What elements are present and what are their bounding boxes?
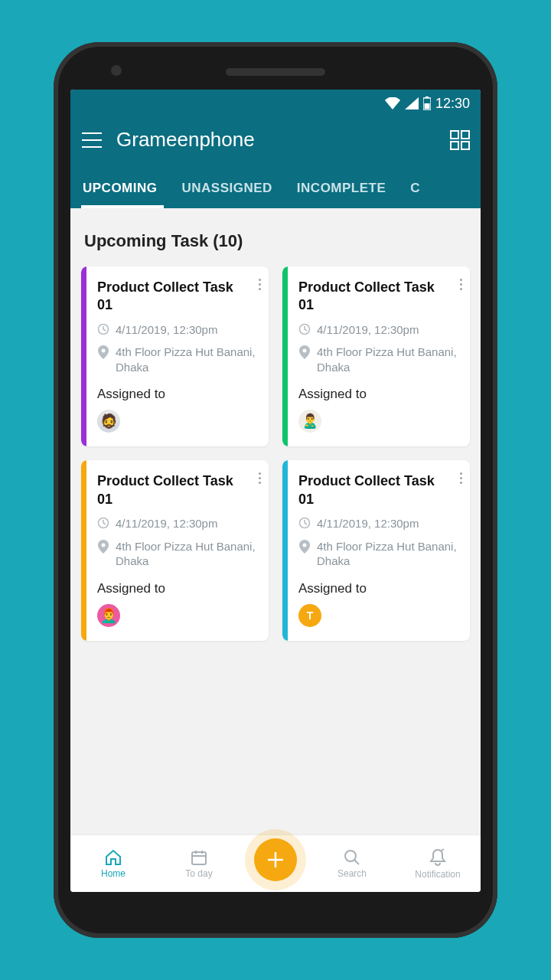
- phone-speaker: [226, 68, 325, 76]
- svg-line-26: [442, 849, 444, 851]
- more-icon[interactable]: [259, 279, 261, 290]
- svg-point-24: [345, 851, 356, 861]
- card-location: 4th Floor Pizza Hut Banani, Dhaka: [116, 345, 259, 374]
- tab-unassigned[interactable]: UNASSIGNED: [181, 170, 274, 208]
- task-card[interactable]: Product Collect Task 01 4/11/2019, 12:30…: [282, 266, 470, 446]
- location-icon: [97, 345, 109, 359]
- svg-point-11: [102, 349, 106, 353]
- nav-label: Search: [337, 868, 367, 879]
- card-stripe: [81, 460, 86, 640]
- card-datetime: 4/11/2019, 12:30pm: [116, 322, 217, 338]
- more-icon[interactable]: [460, 279, 462, 290]
- nav-home[interactable]: Home: [83, 849, 144, 879]
- nav-label: Notification: [415, 869, 460, 880]
- content-area: Upcoming Task (10) Product Collect Task …: [70, 208, 481, 835]
- avatar[interactable]: [97, 410, 120, 433]
- card-stripe: [282, 460, 288, 640]
- grid-view-icon[interactable]: [450, 130, 470, 150]
- tab-upcoming[interactable]: UPCOMING: [81, 170, 159, 208]
- section-title: Upcoming Task (10): [84, 231, 467, 251]
- task-grid: Product Collect Task 01 4/11/2019, 12:30…: [81, 266, 470, 641]
- search-icon: [344, 849, 360, 866]
- assigned-label: Assigned to: [298, 387, 461, 402]
- phone-sensor: [111, 65, 122, 76]
- svg-point-13: [303, 349, 307, 353]
- clock-icon: [298, 517, 311, 529]
- app-title: Grameenphone: [116, 128, 436, 152]
- bottom-nav: Home To day Search Notification: [70, 835, 481, 892]
- plus-icon: [266, 850, 285, 870]
- home-icon: [104, 849, 122, 866]
- svg-rect-9: [461, 142, 469, 149]
- svg-point-15: [102, 543, 106, 547]
- card-title: Product Collect Task 01: [97, 279, 259, 315]
- svg-line-25: [354, 860, 359, 864]
- svg-rect-7: [461, 131, 469, 139]
- svg-rect-8: [451, 142, 458, 149]
- task-card[interactable]: Product Collect Task 01 4/11/2019, 12:30…: [81, 266, 269, 446]
- nav-today[interactable]: To day: [168, 849, 230, 879]
- more-icon[interactable]: [259, 472, 261, 484]
- tab-more[interactable]: C: [409, 170, 422, 208]
- assigned-label: Assigned to: [298, 581, 461, 596]
- assigned-label: Assigned to: [97, 387, 259, 402]
- svg-point-17: [303, 543, 307, 547]
- clock-icon: [298, 323, 311, 335]
- status-time: 12:30: [435, 96, 470, 112]
- avatar[interactable]: [97, 604, 120, 627]
- task-card[interactable]: Product Collect Task 01 4/11/2019, 12:30…: [81, 460, 269, 640]
- tab-bar: UPCOMING UNASSIGNED INCOMPLETE C: [81, 170, 470, 208]
- location-icon: [298, 345, 311, 359]
- menu-icon[interactable]: [81, 132, 103, 149]
- card-title: Product Collect Task 01: [298, 472, 461, 508]
- card-title: Product Collect Task 01: [97, 472, 259, 508]
- calendar-icon: [191, 849, 207, 866]
- bell-icon: [429, 848, 446, 867]
- task-card[interactable]: Product Collect Task 01 4/11/2019, 12:30…: [282, 460, 470, 640]
- app-bar: Grameenphone UPCOMING UNASSIGNED INCOMPL…: [70, 117, 481, 208]
- location-icon: [298, 540, 311, 554]
- tab-incomplete[interactable]: INCOMPLETE: [295, 170, 387, 208]
- signal-icon: [405, 97, 419, 109]
- nav-label: Home: [101, 868, 126, 879]
- battery-icon: [423, 96, 431, 110]
- nav-search[interactable]: Search: [321, 849, 383, 879]
- svg-rect-18: [192, 852, 206, 864]
- wifi-icon: [385, 97, 400, 109]
- card-location: 4th Floor Pizza Hut Banani, Dhaka: [116, 539, 259, 569]
- card-datetime: 4/11/2019, 12:30pm: [116, 516, 217, 531]
- card-title: Product Collect Task 01: [298, 279, 461, 315]
- more-icon[interactable]: [460, 472, 462, 484]
- card-location: 4th Floor Pizza Hut Banani, Dhaka: [317, 539, 461, 569]
- svg-rect-6: [451, 131, 458, 139]
- fab-add[interactable]: [254, 838, 297, 881]
- avatar[interactable]: T: [298, 604, 321, 627]
- clock-icon: [97, 323, 109, 335]
- card-datetime: 4/11/2019, 12:30pm: [317, 322, 419, 338]
- card-stripe: [81, 266, 86, 446]
- phone-frame: 12:30 Grameenphone UPCOMING UNASSIGNED I…: [54, 42, 497, 938]
- nav-label: To day: [185, 868, 212, 879]
- assigned-label: Assigned to: [97, 581, 259, 596]
- svg-rect-1: [425, 96, 429, 98]
- card-stripe: [282, 266, 288, 446]
- avatar[interactable]: [298, 410, 321, 433]
- screen: 12:30 Grameenphone UPCOMING UNASSIGNED I…: [70, 90, 481, 892]
- status-bar: 12:30: [70, 90, 481, 117]
- location-icon: [97, 540, 109, 554]
- svg-rect-2: [424, 103, 429, 109]
- clock-icon: [97, 517, 109, 529]
- nav-notification[interactable]: Notification: [407, 848, 468, 880]
- card-datetime: 4/11/2019, 12:30pm: [317, 516, 419, 531]
- card-location: 4th Floor Pizza Hut Banani, Dhaka: [317, 345, 461, 374]
